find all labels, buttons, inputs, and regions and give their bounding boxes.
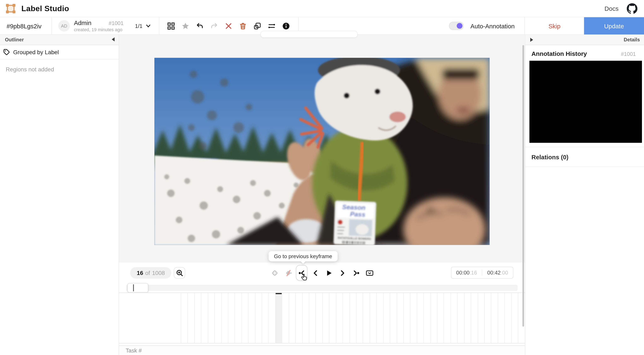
info-button[interactable] — [282, 21, 291, 30]
timeline-frame-cell[interactable] — [417, 293, 424, 343]
timeline-frame-cell[interactable] — [248, 293, 255, 343]
tag-icon — [3, 49, 10, 55]
timeline-frame-cell[interactable] — [295, 293, 302, 343]
prev-keyframe-button[interactable] — [296, 265, 308, 281]
timeline-frame-cell[interactable] — [289, 293, 296, 343]
timeline-frame-cell[interactable] — [424, 293, 430, 343]
timeline-frame-cell[interactable] — [309, 293, 316, 343]
chevron-down-icon — [146, 23, 151, 28]
timeline-frame-cell[interactable] — [511, 293, 518, 343]
outliner-title: Outliner — [5, 37, 24, 43]
timeline-frame-cell[interactable] — [376, 293, 383, 343]
timeline-frame-cell[interactable] — [430, 293, 437, 343]
timeline-frame-cell[interactable] — [194, 293, 201, 343]
hand-cursor-icon — [300, 273, 308, 281]
minimap-track[interactable] — [126, 285, 518, 291]
timeline-frame-cell[interactable] — [410, 293, 417, 343]
collapse-details-icon[interactable] — [530, 38, 533, 42]
redo-button[interactable] — [210, 21, 219, 30]
timeline-frame-cell[interactable] — [450, 293, 458, 343]
frame-counter[interactable]: 16 of 1008 — [130, 267, 172, 279]
remove-keyframe-button[interactable] — [282, 265, 294, 281]
reset-annotation-button[interactable] — [224, 21, 233, 30]
timeline-frame-cell[interactable] — [316, 293, 322, 343]
main-area: Season Pass RATATOUILLE BOWERS — [119, 35, 525, 355]
timeline-frame-cell[interactable] — [444, 293, 450, 343]
grid-view-button[interactable] — [167, 21, 176, 30]
player-controls: 16 of 1008 — [119, 263, 525, 283]
annotation-selector[interactable]: AD Admin #1001 created, 19 minutes ago 1… — [52, 17, 159, 34]
auto-annotation-toggle[interactable] — [449, 22, 464, 30]
zoom-in-icon — [176, 269, 183, 276]
next-keyframe-button[interactable] — [350, 265, 362, 281]
timeline-frame-cell[interactable] — [437, 293, 444, 343]
minimap-viewport[interactable] — [127, 283, 148, 293]
undo-button[interactable] — [196, 21, 204, 30]
docs-link[interactable]: Docs — [604, 5, 618, 12]
timeline-frame-cell[interactable] — [255, 293, 262, 343]
timeline-frame-cell[interactable] — [234, 293, 242, 343]
github-icon[interactable] — [627, 3, 638, 14]
timeline-frame-cell[interactable] — [342, 293, 349, 343]
timeline-frame-cell[interactable] — [214, 293, 221, 343]
add-keyframe-button[interactable] — [269, 265, 280, 281]
timeline-current-frame[interactable] — [275, 293, 282, 343]
timeline-zoom-button[interactable] — [174, 267, 185, 279]
update-button[interactable]: Update — [584, 17, 644, 34]
task-id-section: #9pb8Lgs2iv — [0, 17, 52, 34]
video-frame[interactable]: Season Pass RATATOUILLE BOWERS — [154, 58, 490, 245]
timeline-frame-cell[interactable] — [282, 293, 289, 343]
settings-sliders-button[interactable] — [267, 21, 276, 30]
timeline-frame-cell[interactable] — [484, 293, 491, 343]
copy-annotation-button[interactable] — [253, 21, 262, 30]
annotation-pager[interactable]: 1/1 — [135, 23, 153, 29]
timeline-frame-cell[interactable] — [181, 293, 188, 343]
timeline-frame-cell[interactable] — [262, 293, 268, 343]
timeline-frame-cell[interactable] — [302, 293, 309, 343]
play-button[interactable] — [323, 265, 335, 281]
interpolation-toggle-button[interactable] — [364, 265, 375, 281]
timeline-frame-cell[interactable] — [228, 293, 235, 343]
timeline-frame-cell[interactable] — [322, 293, 329, 343]
task-footer-label: Task # — [126, 347, 142, 354]
timeline-frame-cell[interactable] — [329, 293, 336, 343]
timeline-frame-cell[interactable] — [370, 293, 376, 343]
delete-annotation-button[interactable] — [238, 21, 248, 30]
next-frame-button[interactable] — [336, 265, 348, 281]
timeline-frame-cell[interactable] — [188, 293, 194, 343]
relations-header[interactable]: Relations (0) — [525, 147, 644, 167]
timeline-frame-cell[interactable] — [457, 293, 464, 343]
timeline-frame-cell[interactable] — [363, 293, 370, 343]
timeline-frame-cell[interactable] — [471, 293, 478, 343]
timeline-frame-cell[interactable] — [336, 293, 343, 343]
prev-frame-button[interactable] — [310, 265, 321, 281]
timeline-frame-cell[interactable] — [478, 293, 484, 343]
timeline-frame-cell[interactable] — [349, 293, 356, 343]
timeline-frame-cell[interactable] — [201, 293, 208, 343]
timeline-frame-cell[interactable] — [504, 293, 511, 343]
timeline-frame-cell[interactable] — [242, 293, 248, 343]
timeline-frame-cell[interactable] — [404, 293, 410, 343]
timeline-frame-cell[interactable] — [268, 293, 275, 343]
group-by-label-selector[interactable]: Grouped by Label — [0, 45, 119, 59]
timeline-frame-cell[interactable] — [464, 293, 471, 343]
timeline-frame-cell[interactable] — [383, 293, 390, 343]
current-time[interactable]: 00:00:16 — [451, 270, 482, 276]
skip-button[interactable]: Skip — [524, 17, 584, 34]
vertical-scrollbar[interactable] — [522, 45, 524, 327]
timeline-frame-cell[interactable] — [208, 293, 214, 343]
timeline-frame-cell[interactable] — [396, 293, 404, 343]
playhead[interactable] — [133, 285, 134, 292]
annotation-history-thumbnail[interactable] — [530, 61, 642, 143]
frames-timeline[interactable] — [119, 293, 525, 344]
timeline-frame-cell[interactable] — [491, 293, 498, 343]
timeline-frame-cell[interactable] — [356, 293, 363, 343]
floating-toolbar-edge — [260, 31, 358, 38]
timeline-frame-cell[interactable] — [390, 293, 396, 343]
collapse-outliner-icon[interactable] — [112, 37, 114, 41]
timeline-grid — [181, 293, 518, 343]
timeline-frame-cell[interactable] — [221, 293, 228, 343]
timeline-frame-cell[interactable] — [498, 293, 505, 343]
ground-truth-star-button[interactable] — [181, 21, 190, 30]
group-by-label-text: Grouped by Label — [13, 49, 59, 55]
